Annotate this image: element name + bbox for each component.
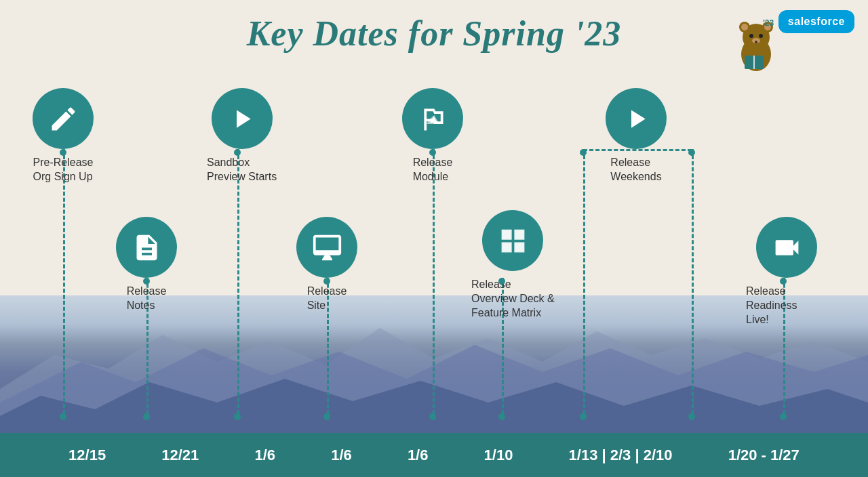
- dot-sandbox: [234, 413, 241, 420]
- icon-item-release-weekends: ReleaseWeekends: [606, 88, 667, 184]
- svg-point-3: [741, 24, 748, 30]
- dot-module: [429, 413, 436, 420]
- edit-icon: [48, 104, 79, 134]
- dot-readiness: [780, 413, 787, 420]
- svg-rect-15: [502, 243, 510, 251]
- page-wrapper: Key Dates for Spring '23: [0, 0, 868, 477]
- release-weekends-label: ReleaseWeekends: [610, 156, 661, 184]
- dashed-line-module: [433, 149, 435, 420]
- dot-weekends-left: [580, 413, 587, 420]
- date-5: 1/6: [408, 447, 429, 464]
- dot-top-site: [323, 278, 330, 285]
- icon-item-release-overview: ReleaseOverview Deck &Feature Matrix: [471, 210, 555, 320]
- icon-item-release-notes: ReleaseNotes: [116, 217, 177, 313]
- dashed-line-weekends-right: [692, 149, 694, 420]
- icon-item-sandbox: SandboxPreview Starts: [207, 88, 277, 184]
- dashed-line-pre-release: [63, 149, 65, 420]
- release-notes-label: ReleaseNotes: [127, 285, 167, 313]
- document-icon: [132, 232, 162, 263]
- dot-top-overview: [498, 278, 505, 285]
- icon-item-release-site: ReleaseSite: [296, 217, 357, 313]
- play-icon: [226, 104, 257, 134]
- dot-site: [323, 413, 330, 420]
- date-1: 12/15: [68, 447, 106, 464]
- svg-rect-16: [515, 243, 523, 251]
- sandbox-icon-circle: [212, 88, 273, 149]
- sandbox-label: SandboxPreview Starts: [207, 156, 277, 184]
- dot-top-weekends-left: [580, 149, 587, 156]
- dot-overview: [498, 413, 505, 420]
- dot-top-sandbox: [234, 149, 241, 156]
- dot-weekends-right: [688, 413, 695, 420]
- svg-rect-14: [515, 230, 523, 238]
- date-2: 12/21: [161, 447, 199, 464]
- date-6: 1/10: [484, 447, 513, 464]
- dot-top-module: [429, 149, 436, 156]
- release-module-label: ReleaseModule: [413, 156, 453, 184]
- logo-area: '23 salesforce: [778, 10, 854, 33]
- svg-text:'23: '23: [763, 18, 774, 28]
- release-site-icon-circle: [296, 217, 357, 278]
- icon-item-release-readiness: Release ReadinessLive!: [746, 217, 827, 327]
- date-7: 1/13 | 2/3 | 2/10: [569, 447, 673, 464]
- salesforce-logo: salesforce: [778, 10, 854, 33]
- svg-point-7: [759, 34, 763, 38]
- dot-top-pre-release: [60, 149, 66, 156]
- icon-item-release-module: ReleaseModule: [402, 88, 463, 184]
- release-site-label: ReleaseSite: [307, 285, 347, 313]
- monitor-icon: [312, 232, 342, 263]
- release-readiness-icon-circle: [756, 217, 817, 278]
- grid-icon: [498, 226, 528, 256]
- timeline-bar: 12/15 12/21 1/6 1/6 1/6 1/10 1/13 | 2/3 …: [0, 433, 868, 477]
- dot-pre-release: [60, 413, 66, 420]
- mountain-icon: [418, 104, 448, 134]
- play2-icon: [621, 104, 652, 134]
- pre-release-icon-circle: [33, 88, 94, 149]
- svg-point-6: [749, 34, 753, 38]
- release-weekends-icon-circle: [606, 88, 667, 149]
- dashed-line-weekends-left: [583, 149, 585, 420]
- video-icon: [772, 232, 802, 263]
- release-overview-label: ReleaseOverview Deck &Feature Matrix: [471, 278, 555, 320]
- release-notes-icon-circle: [116, 217, 177, 278]
- date-3: 1/6: [254, 447, 275, 464]
- dot-notes: [143, 413, 150, 420]
- dot-top-weekends-right: [688, 149, 695, 156]
- release-module-icon-circle: [402, 88, 463, 149]
- svg-rect-13: [502, 230, 510, 238]
- mascot-bear: '23: [726, 14, 787, 75]
- dashed-line-sandbox: [237, 149, 239, 420]
- date-8: 1/20 - 1/27: [728, 447, 800, 464]
- svg-point-9: [755, 41, 757, 43]
- release-overview-icon-circle: [482, 210, 543, 271]
- dot-top-readiness: [780, 278, 787, 285]
- dot-top-notes: [143, 278, 150, 285]
- release-readiness-label: Release ReadinessLive!: [746, 285, 827, 327]
- date-4: 1/6: [331, 447, 352, 464]
- icon-item-pre-release: Pre-ReleaseOrg Sign Up: [33, 88, 94, 184]
- pre-release-label: Pre-ReleaseOrg Sign Up: [33, 156, 94, 184]
